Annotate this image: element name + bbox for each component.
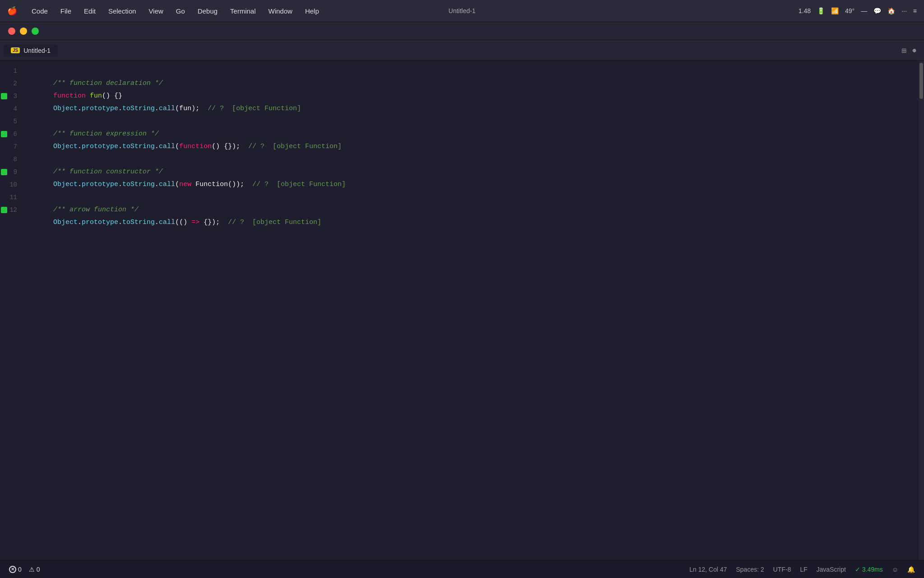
tab-right-icons: ⊞ ●	[901, 46, 917, 56]
object-name: Object	[53, 105, 78, 112]
window-title: Untitled-1	[448, 7, 476, 14]
method: prototype	[82, 219, 118, 226]
code-line-6: Object.prototype.toString.call(function(…	[29, 128, 919, 140]
breakpoint-dot[interactable]	[1, 93, 7, 99]
cursor-position[interactable]: Ln 12, Col 47	[689, 566, 727, 573]
more-icon: ···	[901, 7, 907, 14]
line-row: 6	[0, 128, 23, 140]
comment: /** arrow function */	[53, 206, 139, 214]
editor: 1 2 3 4 5 6 7	[0, 61, 924, 560]
code-text: (	[175, 181, 179, 188]
apple-menu[interactable]: 🍎	[7, 6, 17, 16]
notification-icon: —	[861, 7, 867, 14]
line-row: 4	[0, 103, 23, 115]
traffic-lights	[0, 22, 924, 40]
code-text: .	[118, 181, 122, 188]
breakpoint-dot[interactable]	[1, 207, 7, 213]
method: prototype	[82, 181, 118, 188]
warning-count[interactable]: ⚠ 0	[29, 566, 40, 573]
line-row: 8	[0, 153, 23, 166]
func-name: fun	[90, 92, 102, 100]
notification-bell-icon[interactable]: 🔔	[907, 566, 915, 573]
breakpoint-dot[interactable]	[1, 131, 7, 137]
method: call	[159, 219, 175, 226]
close-button[interactable]	[8, 28, 15, 35]
language-mode[interactable]: JavaScript	[817, 566, 846, 573]
smiley-icon: ☺	[892, 566, 898, 573]
line-number: 4	[8, 103, 25, 115]
code-line-3: Object.prototype.toString.call(fun); // …	[29, 90, 919, 103]
comment: /** function expression */	[53, 130, 159, 138]
scrollbar-thumb[interactable]	[919, 63, 923, 99]
code-text: () {}	[102, 92, 122, 100]
code-text: .	[118, 143, 122, 150]
menubar: 🍎 Code File Edit Selection View Go Debug…	[0, 0, 924, 22]
line-number: 3	[8, 90, 25, 103]
status-right: Ln 12, Col 47 Spaces: 2 UTF-8 LF JavaScr…	[689, 566, 915, 573]
breakpoint-dot[interactable]	[1, 169, 7, 175]
method: prototype	[82, 143, 118, 150]
settings-dot-icon[interactable]: ●	[912, 46, 917, 55]
js-badge: JS	[11, 47, 20, 53]
comment: /** function declaration */	[53, 79, 163, 87]
arrow-operator: =>	[191, 219, 199, 226]
split-editor-icon[interactable]: ⊞	[901, 46, 906, 56]
code-line-8: /** function constructor */	[29, 153, 919, 166]
menu-edit[interactable]: Edit	[78, 5, 102, 17]
line-row: 5	[0, 115, 23, 128]
tab-filename: Untitled-1	[23, 47, 51, 54]
menu-items: Code File Edit Selection View Go Debug T…	[25, 5, 799, 17]
line-row: 7	[0, 140, 23, 153]
error-count[interactable]: ✕ 0	[9, 566, 22, 573]
active-tab[interactable]: JS Untitled-1	[4, 44, 58, 57]
code-content[interactable]: /** function declaration */ function fun…	[23, 61, 919, 560]
menu-file[interactable]: File	[54, 5, 78, 17]
menu-help[interactable]: Help	[299, 5, 325, 17]
menu-window[interactable]: Window	[262, 5, 299, 17]
object-name: Object	[53, 181, 78, 188]
maximize-button[interactable]	[32, 28, 39, 35]
object-name: Object	[53, 143, 78, 150]
minimize-button[interactable]	[20, 28, 27, 35]
indentation[interactable]: Spaces: 2	[736, 566, 764, 573]
menu-go[interactable]: Go	[170, 5, 191, 17]
status-left: ✕ 0 ⚠ 0	[9, 566, 40, 573]
timing-badge: ✓ 3.49ms	[855, 566, 883, 573]
message-icon: 💬	[873, 7, 881, 14]
menu-terminal[interactable]: Terminal	[224, 5, 262, 17]
gutter: 1 2 3 4 5 6 7	[0, 61, 23, 560]
code-text: {}); // ? [object Function]	[199, 219, 321, 226]
comment: /** function constructor */	[53, 168, 163, 176]
clock: 1.48	[799, 7, 811, 14]
eol-sequence[interactable]: LF	[800, 566, 807, 573]
line-row: 10	[0, 178, 23, 191]
list-icon: ≡	[913, 7, 917, 14]
code-text: (()	[175, 219, 191, 226]
method: toString	[122, 181, 155, 188]
menu-selection[interactable]: Selection	[102, 5, 143, 17]
code-text: .	[155, 143, 159, 150]
menu-debug[interactable]: Debug	[191, 5, 224, 17]
method: prototype	[82, 105, 118, 112]
line-number: 10	[8, 178, 25, 191]
line-number: 8	[8, 153, 25, 166]
code-text	[86, 92, 90, 100]
code-text: .	[78, 105, 82, 112]
statusbar: ✕ 0 ⚠ 0 Ln 12, Col 47 Spaces: 2 UTF-8 LF…	[0, 560, 924, 578]
method: call	[159, 105, 175, 112]
file-encoding[interactable]: UTF-8	[773, 566, 791, 573]
code-text: Function()); // ? [object Function]	[191, 181, 346, 188]
line-row: 11	[0, 191, 23, 204]
keyword-function: function	[53, 92, 86, 100]
menu-view[interactable]: View	[143, 5, 170, 17]
line-row: 12	[0, 204, 23, 216]
code-text: .	[78, 219, 82, 226]
menu-code[interactable]: Code	[25, 5, 54, 17]
method: toString	[122, 219, 155, 226]
menubar-right: 1.48 🔋 📶 49° — 💬 🏠 ··· ≡	[799, 7, 917, 14]
code-text: (fun); // ? [object Function]	[175, 105, 301, 112]
method: toString	[122, 143, 155, 150]
scrollbar-track[interactable]	[919, 61, 924, 560]
line-number: 9	[8, 166, 25, 178]
object-name: Object	[53, 219, 78, 226]
